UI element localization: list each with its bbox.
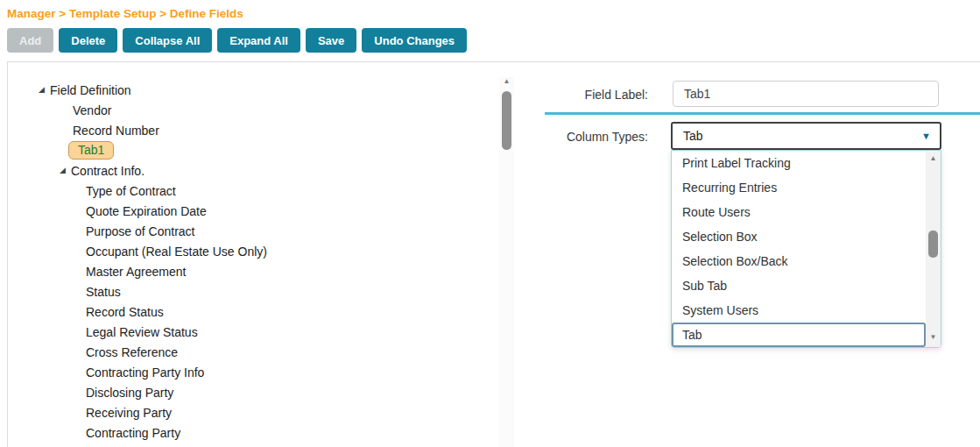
tree-item[interactable]: ◢ Disclosing Party xyxy=(8,382,494,402)
tree-item[interactable]: ◢ Contracting Party xyxy=(8,422,494,443)
tree-item-label: Disclosing Party xyxy=(86,386,173,400)
dropdown-option[interactable]: Tab xyxy=(672,323,926,347)
tree-item[interactable]: ◢ Quote Expiration Date xyxy=(8,201,494,221)
field-definition-tree: ◢ Field Definition ◢ Vendor ◢ Record Num… xyxy=(8,62,494,447)
toolbar-button[interactable]: Collapse All xyxy=(123,28,212,53)
tree-item[interactable]: ◢ Status xyxy=(8,281,494,302)
tree-scrollbar-thumb[interactable] xyxy=(502,91,511,150)
dropdown-option[interactable]: Print Label Tracking xyxy=(672,151,926,175)
tree-item[interactable]: ◢ Contracting Party Info xyxy=(8,362,494,382)
tree-item-label: Contracting Party xyxy=(86,426,180,440)
tree-item-label: Purpose of Contract xyxy=(86,224,195,238)
breadcrumb[interactable]: Manager > Template Setup > Define Fields xyxy=(7,7,243,20)
tree-item-label: Occupant (Real Estate Use Only) xyxy=(86,245,267,259)
tree-item-label: Master Agreement xyxy=(86,265,186,279)
toolbar-button[interactable]: Undo Changes xyxy=(362,28,467,53)
dropdown-arrow-icon: ▼ xyxy=(921,131,931,141)
column-types-select[interactable]: Tab ▼ xyxy=(671,122,941,150)
tree-item-label: Legal Review Status xyxy=(86,325,198,339)
tree-item-label: Type of Contract xyxy=(86,184,176,198)
tree-item[interactable]: ◢ Vendor xyxy=(8,100,494,120)
tree-item-label: Quote Expiration Date xyxy=(86,204,207,218)
tree-item-label: Record Status xyxy=(86,305,164,319)
tree-item-label: Contract Info. xyxy=(71,164,145,178)
tree-item-label: Cross Reference xyxy=(86,345,178,359)
tree-item-label: Tab1 xyxy=(68,141,114,160)
dropdown-option[interactable]: Route Users xyxy=(672,200,926,224)
dropdown-scrollbar-thumb[interactable] xyxy=(928,231,938,258)
tree-item[interactable]: ◢ Field Definition xyxy=(8,80,494,100)
column-types-dropdown: Print Label Tracking Recurring Entries R… xyxy=(671,150,941,348)
tree-item-label: Status xyxy=(86,285,121,299)
expander-triangle-icon[interactable]: ◢ xyxy=(39,86,46,94)
dropdown-scrollbar[interactable]: ▲ ▼ xyxy=(926,151,941,347)
tree-item[interactable]: ◢ Record Number xyxy=(8,120,494,140)
dropdown-options: Print Label Tracking Recurring Entries R… xyxy=(672,151,926,347)
section-separator xyxy=(545,112,980,115)
tree-item[interactable]: ◢ Contract Info. xyxy=(8,160,494,181)
dropdown-option[interactable]: Sub Tab xyxy=(672,273,926,298)
tree-item[interactable]: ◢ Tab1 xyxy=(8,140,494,160)
tree-item[interactable]: ◢ Purpose of Contract xyxy=(8,221,494,241)
column-types-label: Column Types: xyxy=(525,130,648,144)
toolbar-button[interactable]: Expand All xyxy=(217,28,300,53)
tree-item[interactable]: ◢ Record Status xyxy=(8,302,494,322)
tree-item[interactable]: ◢ Master Agreement xyxy=(8,261,494,281)
tree-item-label: Record Number xyxy=(73,124,159,138)
tree-item[interactable]: ◢ Legal Review Status xyxy=(8,322,494,342)
dropdown-option[interactable]: Recurring Entries xyxy=(672,175,926,200)
dropdown-option[interactable]: Selection Box xyxy=(672,224,926,249)
toolbar-button[interactable]: Delete xyxy=(59,28,117,53)
field-label-label: Field Label: xyxy=(525,88,648,102)
tree-item-label: Vendor xyxy=(73,103,111,117)
scroll-down-icon[interactable]: ▼ xyxy=(926,333,941,342)
tree-item[interactable]: ◢ Type of Contract xyxy=(8,181,494,201)
dropdown-option[interactable]: System Users xyxy=(672,298,926,323)
tree-item-label: Receiving Party xyxy=(86,406,172,420)
tree-item-label: Field Definition xyxy=(50,83,131,97)
toolbar: Add Delete Collapse All Expand All Save … xyxy=(7,28,467,53)
field-label-input[interactable] xyxy=(673,81,939,107)
expander-triangle-icon[interactable]: ◢ xyxy=(60,167,67,174)
dropdown-option[interactable]: Selection Box/Back xyxy=(672,249,926,273)
tree-scrollbar[interactable]: ▲ xyxy=(499,77,514,447)
tree-item[interactable]: ◢ Occupant (Real Estate Use Only) xyxy=(8,241,494,261)
tree-item[interactable]: ◢ Cross Reference xyxy=(8,342,494,362)
scroll-up-icon[interactable]: ▲ xyxy=(926,154,941,163)
toolbar-button[interactable]: Save xyxy=(306,28,356,53)
scroll-up-icon[interactable]: ▲ xyxy=(499,77,514,86)
column-types-selected-value: Tab xyxy=(683,129,703,143)
tree-item-label: Contracting Party Info xyxy=(86,365,204,380)
toolbar-button[interactable]: Add xyxy=(7,28,53,53)
tree-item[interactable]: ◢ Receiving Party xyxy=(8,402,494,422)
